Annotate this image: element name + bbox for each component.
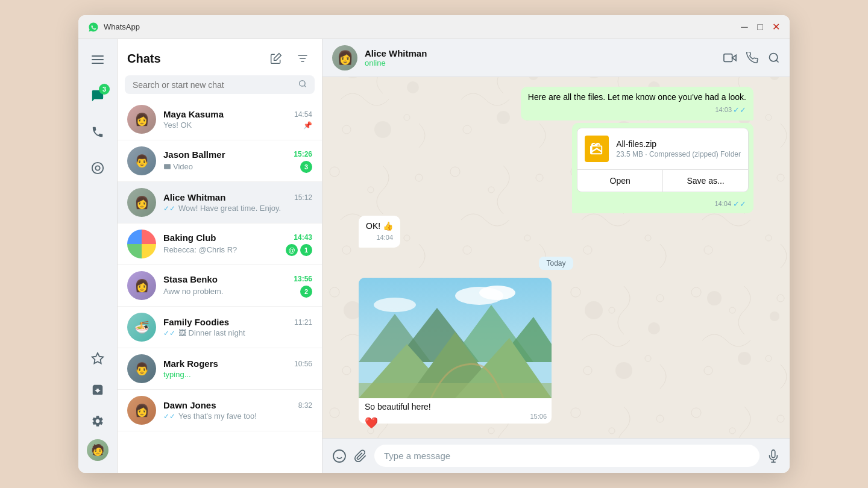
chat-info: Baking Club 14:43 Rebecca: @Chris R? @ 1 xyxy=(163,233,312,256)
filter-button[interactable] xyxy=(293,49,312,68)
file-name: All-files.zip xyxy=(616,139,741,149)
save-file-button[interactable]: Save as... xyxy=(663,170,748,192)
contact-avatar: 👩 xyxy=(127,105,156,134)
reaction-icon: ❤️ xyxy=(365,416,378,430)
nav-icon-settings[interactable] xyxy=(84,408,111,434)
svg-rect-21 xyxy=(724,54,732,62)
chat-info: Maya Kasuma 14:54 Yes! OK 📌 xyxy=(163,109,312,130)
chat-preview: ✓✓ Yes that's my fave too! xyxy=(163,411,312,421)
main-content: 3 🧑 xyxy=(78,39,790,473)
emoji-button[interactable] xyxy=(332,449,347,463)
minimize-button[interactable]: ─ xyxy=(740,23,749,31)
chat-item[interactable]: Baking Club 14:43 Rebecca: @Chris R? @ 1 xyxy=(118,224,322,265)
nav-icon-starred[interactable] xyxy=(84,345,111,372)
image-caption: So beautiful here! xyxy=(359,398,552,413)
svg-point-26 xyxy=(479,286,515,300)
unread-badge: 1 xyxy=(300,244,312,256)
double-tick-icon: ✓✓ xyxy=(163,412,175,421)
chat-header-avatar[interactable]: 👩 xyxy=(332,45,357,70)
unread-badge: 3 xyxy=(300,161,312,173)
image-preview xyxy=(359,278,552,398)
file-container: All-files.zip 23.5 MB · Compressed (zipp… xyxy=(572,123,753,197)
nav-icon-chats[interactable]: 3 xyxy=(84,83,111,109)
chat-info: Family Foodies 11:21 ✓✓ 🖼 Dinner last ni… xyxy=(163,317,312,337)
window-controls: ─ □ ✕ xyxy=(740,23,780,31)
svg-line-11 xyxy=(304,86,306,87)
contact-avatar: 👨 xyxy=(127,146,156,175)
search-bar xyxy=(125,75,315,94)
file-time-text: 14:04 xyxy=(714,200,731,207)
attach-button[interactable] xyxy=(354,449,367,463)
chat-time: 11:21 xyxy=(294,318,312,327)
chat-item[interactable]: 👨 Mark Rogers 10:56 typing... xyxy=(118,348,322,390)
svg-rect-2 xyxy=(92,63,104,64)
file-attachment: All-files.zip 23.5 MB · Compressed (zipp… xyxy=(577,128,749,192)
nav-icon-menu[interactable] xyxy=(84,46,111,73)
chat-info: Mark Rogers 10:56 typing... xyxy=(163,358,312,379)
app-window: WhatsApp ─ □ ✕ 3 xyxy=(78,15,790,473)
file-actions: Open Save as... xyxy=(577,169,748,192)
svg-point-27 xyxy=(374,298,416,312)
date-label: Today xyxy=(539,257,573,270)
app-title: WhatsApp xyxy=(104,22,740,31)
user-avatar[interactable]: 🧑 xyxy=(87,439,108,461)
chat-preview: ✓✓ Wow! Have great time. Enjoy. xyxy=(163,204,312,213)
chats-panel: Chats xyxy=(118,39,322,473)
chat-item[interactable]: 👩 Stasa Benko 13:56 Aww no problem. 2 xyxy=(118,265,322,307)
maximize-button[interactable]: □ xyxy=(756,23,764,31)
chat-info: Dawn Jones 8:32 ✓✓ Yes that's my fave to… xyxy=(163,400,312,421)
chat-item[interactable]: 👩 Maya Kasuma 14:54 Yes! OK 📌 xyxy=(118,99,322,140)
svg-point-22 xyxy=(770,54,778,61)
new-chat-button[interactable] xyxy=(266,49,286,68)
search-input[interactable] xyxy=(133,80,298,90)
title-bar: WhatsApp ─ □ ✕ xyxy=(78,15,790,39)
chat-time: 8:32 xyxy=(298,401,312,410)
chat-preview: ✓✓ 🖼 Dinner last night xyxy=(163,328,312,337)
chat-window: 👩 Alice Whitman online xyxy=(322,39,790,473)
chat-preview: Aww no problem. xyxy=(163,287,295,296)
file-details: All-files.zip 23.5 MB · Compressed (zipp… xyxy=(616,139,741,158)
contact-avatar: 👩 xyxy=(127,271,156,300)
nav-sidebar: 3 🧑 xyxy=(78,39,118,473)
svg-rect-0 xyxy=(92,55,104,57)
chat-info: Alice Whitman 15:12 ✓✓ Wow! Have great t… xyxy=(163,192,312,213)
message-input[interactable] xyxy=(374,445,760,467)
svg-rect-35 xyxy=(359,383,552,398)
video-call-button[interactable] xyxy=(723,51,737,64)
chat-preview: Rebecca: @Chris R? xyxy=(163,245,281,254)
chat-info: Jason Ballmer 15:26 Video 3 xyxy=(163,149,312,173)
close-button[interactable]: ✕ xyxy=(772,23,780,31)
voice-call-button[interactable] xyxy=(746,52,758,64)
svg-point-10 xyxy=(300,81,305,86)
chat-time: 10:56 xyxy=(294,360,312,368)
file-message-wrapper: All-files.zip 23.5 MB · Compressed (zipp… xyxy=(572,123,753,213)
chat-list: 👩 Maya Kasuma 14:54 Yes! OK 📌 xyxy=(118,99,322,473)
chat-item[interactable]: 👨 Jason Ballmer 15:26 Video 3 xyxy=(118,140,322,182)
contact-avatar: 👩 xyxy=(127,396,156,425)
chats-header: Chats xyxy=(118,39,322,73)
file-size: 23.5 MB · Compressed (zipped) Folder xyxy=(616,150,741,158)
nav-icon-archived[interactable] xyxy=(84,377,111,403)
voice-message-button[interactable] xyxy=(767,449,780,463)
svg-point-3 xyxy=(92,163,103,174)
chat-time: 14:43 xyxy=(294,233,312,242)
chats-title: Chats xyxy=(127,52,161,66)
nav-icon-calls[interactable] xyxy=(84,119,111,145)
nav-icon-status[interactable] xyxy=(84,155,111,181)
contact-avatar: 👨 xyxy=(127,354,156,383)
file-type-icon xyxy=(585,136,609,162)
file-info-row: All-files.zip 23.5 MB · Compressed (zipp… xyxy=(577,128,748,169)
chat-preview: typing... xyxy=(163,370,312,379)
chat-name: Mark Rogers xyxy=(163,358,218,369)
chat-item-active[interactable]: 👩 Alice Whitman 15:12 ✓✓ Wow! Have great… xyxy=(118,182,322,224)
open-file-button[interactable]: Open xyxy=(577,170,663,192)
chat-name: Family Foodies xyxy=(163,317,229,327)
search-icon[interactable] xyxy=(298,80,307,90)
search-messages-button[interactable] xyxy=(768,52,780,64)
chat-time: 14:54 xyxy=(294,110,312,119)
chats-header-icons xyxy=(266,49,312,68)
nav-top-icons: 3 xyxy=(84,46,111,345)
chat-item[interactable]: 👩 Dawn Jones 8:32 ✓✓ Yes that's my fave … xyxy=(118,390,322,431)
image-message[interactable]: So beautiful here! 15:06 xyxy=(359,278,552,424)
chat-item[interactable]: 🍜 Family Foodies 11:21 ✓✓ 🖼 Dinner last … xyxy=(118,307,322,348)
